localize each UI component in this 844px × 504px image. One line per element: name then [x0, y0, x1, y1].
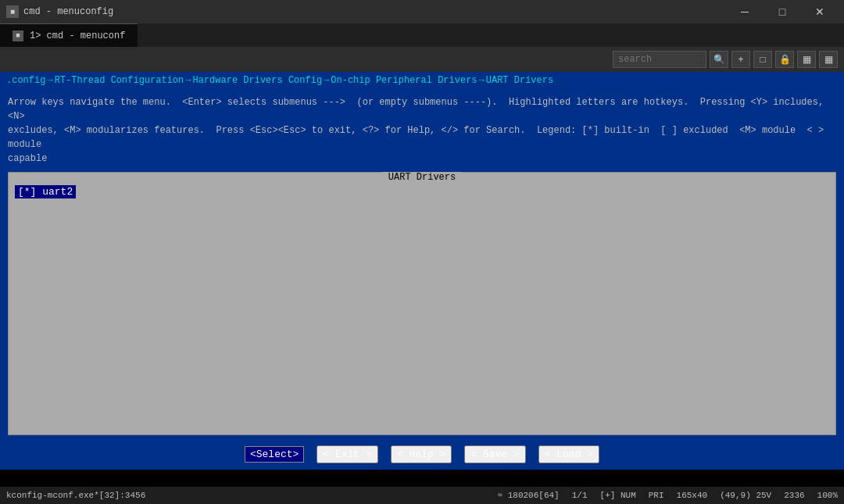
content-section: Arrow keys navigate the menu. <Enter> se… [0, 89, 844, 438]
select-button[interactable]: <Select> [245, 446, 304, 463]
path-item-2: RT-Thread Configuration [55, 75, 184, 86]
status-position: 1/1 [572, 491, 588, 500]
help-button[interactable]: < Help > [391, 445, 452, 463]
path-item-1: .config [6, 75, 45, 86]
app-window: ■ cmd - menuconfig ─ □ ✕ ■ 1> cmd - menu… [0, 0, 844, 504]
search-input[interactable] [613, 51, 706, 68]
active-tab[interactable]: ■ 1> cmd - menuconf [0, 23, 138, 47]
path-item-3: Hardware Drivers Config [192, 75, 322, 86]
minimize-button[interactable]: ─ [727, 0, 763, 23]
menu-box-title: UART Drivers [382, 172, 462, 183]
status-left: kconfig-mconf.exe*[32]:3456 [6, 491, 145, 500]
lock-button[interactable]: 🔒 [775, 51, 794, 68]
window-title: cmd - menuconfig [23, 6, 727, 17]
status-right: ≈ 180206[64] 1/1 [+] NUM PRI 165x40 (49,… [498, 491, 839, 500]
tab-label: 1> cmd - menuconf [30, 30, 125, 41]
status-dimensions: 165x40 [677, 491, 708, 500]
save-button[interactable]: < Save > [464, 445, 525, 463]
search-button[interactable]: 🔍 [710, 51, 728, 68]
toolbar: 🔍 + □ 🔒 ▦ ▦ [0, 47, 844, 72]
info-text: Arrow keys navigate the menu. <Enter> se… [8, 92, 836, 169]
menu-box: UART Drivers [*] uart2 [8, 172, 836, 435]
bottom-status-bar: kconfig-mconf.exe*[32]:3456 ≈ 180206[64]… [0, 487, 844, 504]
close-button[interactable]: ✕ [802, 0, 838, 23]
status-pri: PRI [649, 491, 664, 500]
path-bar: .config → RT-Thread Configuration → Hard… [0, 72, 844, 89]
status-linecount: ≈ 180206[64] [498, 491, 560, 500]
path-item-5: UART Drivers [486, 75, 553, 86]
status-coords: (49,9) 25V [720, 491, 771, 500]
box-button[interactable]: □ [753, 51, 772, 68]
window-controls: ─ □ ✕ [727, 0, 838, 23]
maximize-button[interactable]: □ [764, 0, 800, 23]
tab-icon: ■ [13, 30, 23, 41]
menu-item-uart2[interactable]: [*] uart2 [15, 185, 76, 198]
menu-item-label: [*] uart2 [18, 186, 73, 198]
load-button[interactable]: < Load > [538, 445, 599, 463]
vim-status-bar [0, 470, 844, 487]
app-icon: ■ [6, 5, 19, 18]
grid1-button[interactable]: ▦ [797, 51, 816, 68]
tab-bar: ■ 1> cmd - menuconf [0, 23, 844, 47]
path-item-4: On-chip Peripheral Drivers [331, 75, 477, 86]
add-button[interactable]: + [731, 51, 750, 68]
bottom-bar: <Select> < Exit > < Help > < Save > < Lo… [0, 438, 844, 470]
title-bar: ■ cmd - menuconfig ─ □ ✕ [0, 0, 844, 23]
status-num2: 2336 [784, 491, 804, 500]
status-num: [+] NUM [600, 491, 636, 500]
exit-button[interactable]: < Exit > [316, 445, 377, 463]
grid2-button[interactable]: ▦ [819, 51, 838, 68]
status-zoom: 100% [817, 491, 838, 500]
